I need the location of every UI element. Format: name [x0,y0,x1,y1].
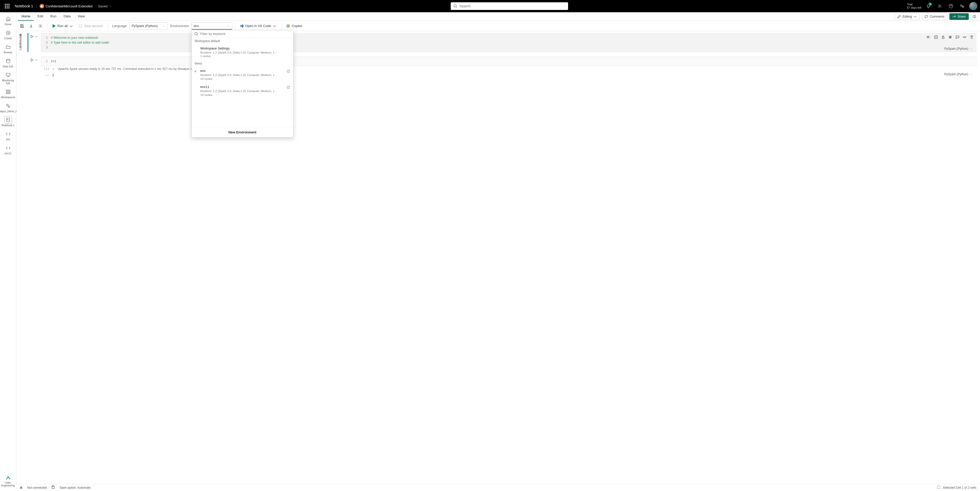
rail-shuaijun-demo-env[interactable]: Shuaijun_Demo_Env [1,101,15,114]
gear-icon [38,24,42,28]
tab-edit[interactable]: Edit [34,12,47,21]
play-icon[interactable] [30,58,34,62]
save-icon [51,485,55,490]
env-section-items: Items [192,60,293,67]
comments-button[interactable]: Comments [922,13,947,20]
app-launcher-icon[interactable] [3,2,12,11]
status-bar: Not connected Save option: Automatic Sel… [16,484,980,491]
download-button[interactable] [27,22,35,30]
env-filter-input[interactable] [200,32,291,36]
cell-language-select[interactable]: PySpark (Python) [944,72,972,76]
comment-cell-icon[interactable] [955,34,960,40]
pencil-icon [897,15,901,18]
new-environment-button[interactable]: New Environment [192,127,293,137]
more-icon[interactable] [962,34,967,40]
chevron-down-icon [970,73,972,76]
svg-rect-14 [6,90,8,92]
env-item-workspace-settings[interactable]: Workspace Settings Runtime: 1.2 (Spark 3… [192,44,293,60]
chevron-down-icon [272,24,277,28]
copilot-button[interactable]: Copilot [284,22,304,30]
connection-dot-icon [20,486,22,489]
tab-view[interactable]: View [74,12,88,21]
data-engineering-icon [5,475,11,481]
tab-data[interactable]: Data [60,12,74,21]
editing-mode-button[interactable]: Editing [894,13,920,20]
svg-point-12 [6,59,10,60]
notebook-settings-button[interactable] [36,22,45,30]
expand-cell-icon[interactable] [933,34,939,40]
rail-create[interactable]: Create [1,28,15,41]
code-editor-content[interactable]: # Welcome to your new notebook # Type he… [50,33,976,52]
play-icon[interactable] [30,35,34,38]
svg-point-8 [195,32,197,35]
rail-env11[interactable]: env11 [1,143,15,156]
home-icon [6,16,11,21]
lock-icon[interactable] [940,34,946,40]
language-select[interactable]: PySpark (Python) [129,22,168,30]
svg-point-25 [964,37,965,37]
more-icon[interactable]: ⋯ [41,73,49,78]
chevron-down-icon [69,24,73,28]
chevron-down-icon [970,48,972,50]
cell-language-select[interactable]: PySpark (Python) [944,47,972,51]
saved-status[interactable]: Saved [95,4,111,8]
tab-home[interactable]: Home [18,12,34,21]
delete-cell-icon[interactable] [969,34,974,40]
svg-point-1 [939,6,940,7]
svg-rect-5 [973,15,976,17]
rail-workspaces[interactable]: Workspaces [1,87,15,100]
open-external-icon[interactable] [286,69,290,74]
save-option[interactable]: Save option: Automatic [59,486,91,489]
svg-rect-13 [6,73,10,76]
feedback-icon[interactable] [958,2,966,10]
rail-browse[interactable]: Browse [1,42,15,56]
rail-monitoring-hub[interactable]: Monitoring hub [1,70,15,86]
notifications-icon[interactable]: 6 [924,2,932,10]
notebook-icon [6,117,11,122]
user-avatar[interactable] [969,2,977,10]
toolbar: Run all Stop session Language PySpark (P… [0,21,980,31]
rail-notebook-1[interactable]: Notebook 1 [1,115,15,128]
rail-home[interactable]: Home [1,14,15,27]
environment-label: Environment [169,24,190,28]
share-button[interactable]: Share [950,13,969,20]
monitor-icon [6,72,11,78]
settings-icon[interactable] [935,2,944,10]
notebook-title[interactable]: Notebook 1 [15,4,37,8]
tab-run[interactable]: Run [47,12,60,21]
notification-badge: 6 [929,3,932,6]
search-icon [453,4,457,8]
environment-select[interactable]: env [191,22,232,30]
chevron-down-icon[interactable] [35,35,38,38]
trial-status: Trial: 57 days left [907,3,921,10]
connection-status[interactable]: Not connected [27,486,47,489]
stop-session-button: Stop session [76,22,105,30]
lakehouses-panel-tab[interactable]: Lakehouses [16,31,24,72]
run-all-button[interactable]: Run all [50,22,75,30]
svg-point-3 [960,5,962,6]
check-icon: ✓ [194,69,197,73]
env-item-env11[interactable]: env11 Runtime: 1.2 (Spark 3.4, Delta 2.4… [192,83,293,99]
rail-env[interactable]: env [1,129,15,142]
search-input[interactable] [460,4,566,8]
code-cell-1[interactable]: M↓ 123 # Welcome to your new notebook # … [29,33,977,52]
chevron-down-icon[interactable] [35,58,38,62]
code-editor-content[interactable]: 1+1 [50,57,976,66]
open-in-vscode-button[interactable]: Open in VS Code [238,22,279,30]
language-label: Language [110,24,128,28]
cell-selection-status: Selected Cell 1 of 2 cells [943,486,977,489]
freeze-icon[interactable] [947,34,953,40]
code-cell-2[interactable]: 1 1+1 PySpark (Python) [1] ✓ -Apache Spa… [29,57,977,78]
svg-point-6 [40,25,41,27]
open-external-icon[interactable] [286,86,290,90]
copilot-panel-toggle[interactable] [971,13,978,20]
rail-data-hub[interactable]: Data hub [1,56,15,69]
env-item-env[interactable]: ✓ env Runtime: 1.2 (Spark 3.4, Delta 2.4… [192,67,293,83]
help-icon[interactable] [947,2,955,10]
global-search[interactable] [451,2,568,10]
sensitivity-label[interactable]: ⬣ Confidential\Microsoft Extended [40,4,93,8]
rail-persona-switcher[interactable]: Data Engineering [1,473,15,491]
svg-point-21 [7,476,9,478]
markdown-toggle[interactable]: M↓ [926,34,932,40]
save-button[interactable] [18,22,26,30]
